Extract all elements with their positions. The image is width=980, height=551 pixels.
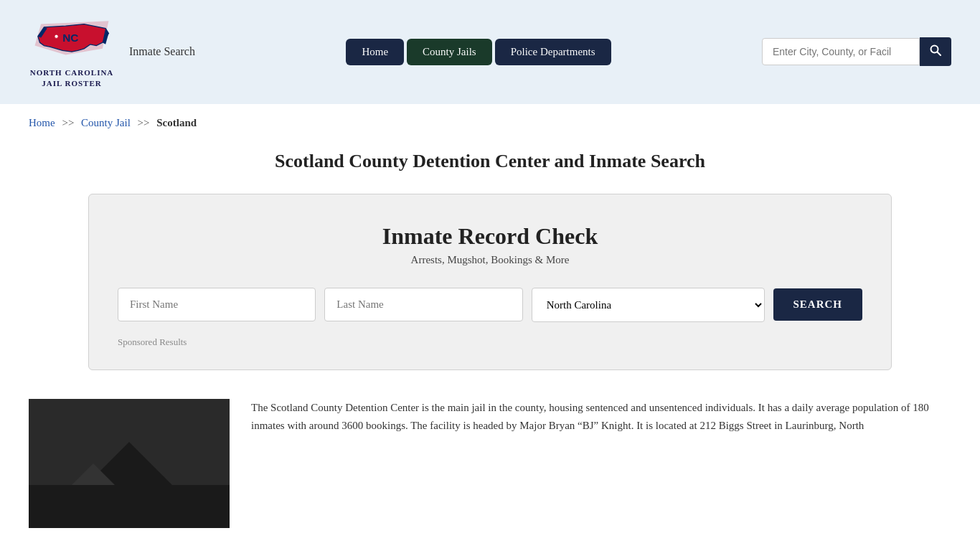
bottom-section: The Scotland County Detention Center is … <box>0 385 980 542</box>
jail-description: The Scotland County Detention Center is … <box>251 399 951 435</box>
page-title-section: Scotland County Detention Center and Inm… <box>0 136 980 179</box>
jail-building-icon <box>29 399 230 528</box>
header: NC NORTH CAROLINA JAIL ROSTER Inmate Sea… <box>0 0 980 104</box>
breadcrumb-county-jail-link[interactable]: County Jail <box>81 117 131 128</box>
header-search-button[interactable] <box>920 37 951 66</box>
breadcrumb-current: Scotland <box>156 117 197 128</box>
nav-police-button[interactable]: Police Departments <box>495 39 611 65</box>
svg-line-4 <box>937 52 941 56</box>
nc-logo-icon: NC <box>29 14 115 65</box>
first-name-input[interactable] <box>118 288 316 321</box>
last-name-input[interactable] <box>324 288 522 321</box>
breadcrumb-home-link[interactable]: Home <box>29 117 55 128</box>
inmate-search-link[interactable]: Inmate Search <box>129 45 195 58</box>
search-icon <box>930 44 941 56</box>
search-button[interactable]: SEARCH <box>773 288 863 321</box>
record-check-box: Inmate Record Check Arrests, Mugshot, Bo… <box>88 194 892 370</box>
nav-county-jails-button[interactable]: County Jails <box>407 39 492 65</box>
state-select[interactable]: AlabamaAlaskaArizonaArkansasCaliforniaCo… <box>532 288 765 322</box>
header-search-input[interactable] <box>762 38 920 65</box>
record-check-subtitle: Arrests, Mugshot, Bookings & More <box>118 254 862 266</box>
breadcrumb: Home >> County Jail >> Scotland <box>0 104 980 136</box>
logo-text: NORTH CAROLINA JAIL ROSTER <box>30 67 114 90</box>
record-check-title: Inmate Record Check <box>118 223 862 250</box>
header-search-container <box>762 37 951 66</box>
svg-point-2 <box>55 34 58 38</box>
svg-rect-8 <box>29 485 230 528</box>
main-nav: Home County Jails Police Departments <box>346 39 611 65</box>
svg-text:NC: NC <box>62 32 78 44</box>
nav-home-button[interactable]: Home <box>346 39 404 65</box>
jail-image <box>29 399 230 528</box>
sponsored-results: Sponsored Results <box>118 336 862 348</box>
logo-container[interactable]: NC NORTH CAROLINA JAIL ROSTER <box>29 14 115 90</box>
record-check-form: AlabamaAlaskaArizonaArkansasCaliforniaCo… <box>118 288 862 322</box>
breadcrumb-sep2: >> <box>138 117 150 128</box>
page-title: Scotland County Detention Center and Inm… <box>29 151 951 172</box>
breadcrumb-sep1: >> <box>62 117 74 128</box>
header-left: NC NORTH CAROLINA JAIL ROSTER Inmate Sea… <box>29 14 195 90</box>
